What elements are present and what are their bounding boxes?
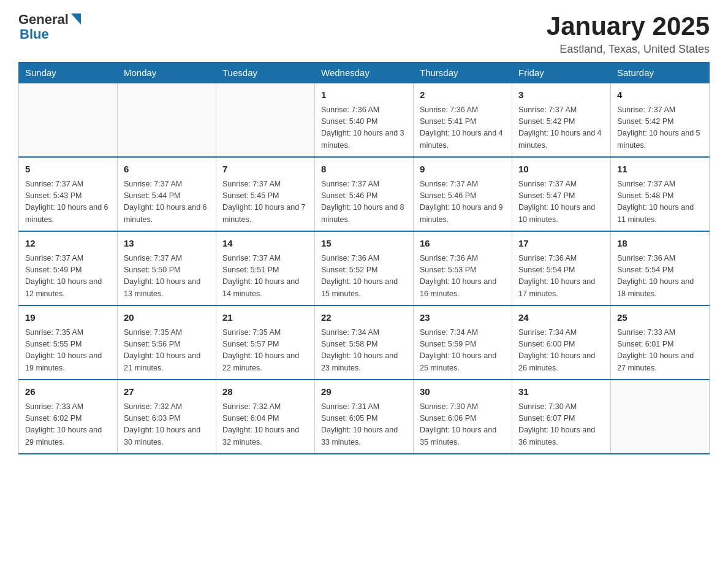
calendar-cell: 26Sunrise: 7:33 AM Sunset: 6:02 PM Dayli… — [19, 380, 118, 454]
day-info: Sunrise: 7:35 AM Sunset: 5:57 PM Dayligh… — [222, 327, 308, 375]
day-info: Sunrise: 7:31 AM Sunset: 6:05 PM Dayligh… — [321, 401, 407, 449]
day-info: Sunrise: 7:36 AM Sunset: 5:54 PM Dayligh… — [617, 253, 703, 301]
day-number: 7 — [222, 163, 308, 177]
calendar-header: SundayMondayTuesdayWednesdayThursdayFrid… — [19, 63, 710, 83]
day-info: Sunrise: 7:37 AM Sunset: 5:44 PM Dayligh… — [124, 178, 210, 226]
calendar-cell: 29Sunrise: 7:31 AM Sunset: 6:05 PM Dayli… — [315, 380, 414, 454]
day-info: Sunrise: 7:32 AM Sunset: 6:03 PM Dayligh… — [124, 401, 210, 449]
day-info: Sunrise: 7:30 AM Sunset: 6:06 PM Dayligh… — [420, 401, 506, 449]
day-info: Sunrise: 7:37 AM Sunset: 5:46 PM Dayligh… — [420, 178, 506, 226]
calendar-cell: 9Sunrise: 7:37 AM Sunset: 5:46 PM Daylig… — [414, 157, 512, 231]
calendar-cell: 27Sunrise: 7:32 AM Sunset: 6:03 PM Dayli… — [118, 380, 216, 454]
calendar-cell — [19, 83, 118, 158]
day-info: Sunrise: 7:34 AM Sunset: 6:00 PM Dayligh… — [518, 327, 604, 375]
day-info: Sunrise: 7:37 AM Sunset: 5:47 PM Dayligh… — [518, 178, 604, 226]
calendar-cell: 25Sunrise: 7:33 AM Sunset: 6:01 PM Dayli… — [611, 305, 710, 380]
calendar-week-5: 26Sunrise: 7:33 AM Sunset: 6:02 PM Dayli… — [19, 380, 710, 454]
header-day-wednesday: Wednesday — [315, 63, 414, 83]
calendar-cell: 16Sunrise: 7:36 AM Sunset: 5:53 PM Dayli… — [414, 231, 512, 305]
day-info: Sunrise: 7:36 AM Sunset: 5:52 PM Dayligh… — [321, 253, 407, 301]
day-info: Sunrise: 7:37 AM Sunset: 5:43 PM Dayligh… — [25, 178, 111, 226]
calendar-cell: 8Sunrise: 7:37 AM Sunset: 5:46 PM Daylig… — [315, 157, 414, 231]
day-number: 31 — [518, 385, 604, 399]
day-number: 8 — [321, 163, 407, 177]
calendar-week-1: 1Sunrise: 7:36 AM Sunset: 5:40 PM Daylig… — [19, 83, 710, 158]
day-info: Sunrise: 7:33 AM Sunset: 6:01 PM Dayligh… — [617, 327, 703, 375]
day-number: 13 — [124, 237, 210, 251]
calendar-cell: 5Sunrise: 7:37 AM Sunset: 5:43 PM Daylig… — [19, 157, 118, 231]
header-day-monday: Monday — [118, 63, 216, 83]
day-info: Sunrise: 7:36 AM Sunset: 5:54 PM Dayligh… — [518, 253, 604, 301]
day-info: Sunrise: 7:34 AM Sunset: 5:58 PM Dayligh… — [321, 327, 407, 375]
day-info: Sunrise: 7:30 AM Sunset: 6:07 PM Dayligh… — [518, 401, 604, 449]
day-number: 22 — [321, 311, 407, 325]
day-info: Sunrise: 7:36 AM Sunset: 5:41 PM Dayligh… — [420, 104, 506, 152]
calendar-cell: 18Sunrise: 7:36 AM Sunset: 5:54 PM Dayli… — [611, 231, 710, 305]
day-number: 2 — [420, 88, 506, 102]
calendar-cell: 24Sunrise: 7:34 AM Sunset: 6:00 PM Dayli… — [512, 305, 611, 380]
day-info: Sunrise: 7:34 AM Sunset: 5:59 PM Dayligh… — [420, 327, 506, 375]
day-number: 1 — [321, 88, 407, 102]
page-title: January 2025 — [547, 12, 710, 40]
logo-triangle-icon — [71, 13, 81, 25]
calendar-table: SundayMondayTuesdayWednesdayThursdayFrid… — [18, 62, 710, 454]
day-number: 5 — [25, 163, 111, 177]
calendar-cell: 12Sunrise: 7:37 AM Sunset: 5:49 PM Dayli… — [19, 231, 118, 305]
calendar-cell: 23Sunrise: 7:34 AM Sunset: 5:59 PM Dayli… — [414, 305, 512, 380]
page-subtitle: Eastland, Texas, United States — [547, 43, 710, 56]
calendar-cell: 4Sunrise: 7:37 AM Sunset: 5:42 PM Daylig… — [611, 83, 710, 158]
calendar-cell: 19Sunrise: 7:35 AM Sunset: 5:55 PM Dayli… — [19, 305, 118, 380]
day-info: Sunrise: 7:37 AM Sunset: 5:49 PM Dayligh… — [25, 253, 111, 301]
calendar-week-3: 12Sunrise: 7:37 AM Sunset: 5:49 PM Dayli… — [19, 231, 710, 305]
day-info: Sunrise: 7:36 AM Sunset: 5:53 PM Dayligh… — [420, 253, 506, 301]
calendar-cell: 17Sunrise: 7:36 AM Sunset: 5:54 PM Dayli… — [512, 231, 611, 305]
title-block: January 2025 Eastland, Texas, United Sta… — [547, 12, 710, 56]
header-day-tuesday: Tuesday — [216, 63, 315, 83]
day-number: 15 — [321, 237, 407, 251]
day-info: Sunrise: 7:37 AM Sunset: 5:42 PM Dayligh… — [518, 104, 604, 152]
calendar-cell: 15Sunrise: 7:36 AM Sunset: 5:52 PM Dayli… — [315, 231, 414, 305]
day-info: Sunrise: 7:35 AM Sunset: 5:55 PM Dayligh… — [25, 327, 111, 375]
logo: General Blue — [18, 12, 81, 42]
header-day-friday: Friday — [512, 63, 611, 83]
header-day-sunday: Sunday — [19, 63, 118, 83]
calendar-cell: 6Sunrise: 7:37 AM Sunset: 5:44 PM Daylig… — [118, 157, 216, 231]
day-number: 3 — [518, 88, 604, 102]
header-row: SundayMondayTuesdayWednesdayThursdayFrid… — [19, 63, 710, 83]
calendar-cell: 2Sunrise: 7:36 AM Sunset: 5:41 PM Daylig… — [414, 83, 512, 158]
calendar-cell: 7Sunrise: 7:37 AM Sunset: 5:45 PM Daylig… — [216, 157, 315, 231]
day-number: 4 — [617, 88, 703, 102]
day-info: Sunrise: 7:32 AM Sunset: 6:04 PM Dayligh… — [222, 401, 308, 449]
day-number: 25 — [617, 311, 703, 325]
day-number: 19 — [25, 311, 111, 325]
day-number: 23 — [420, 311, 506, 325]
calendar-cell: 30Sunrise: 7:30 AM Sunset: 6:06 PM Dayli… — [414, 380, 512, 454]
day-number: 12 — [25, 237, 111, 251]
calendar-cell: 10Sunrise: 7:37 AM Sunset: 5:47 PM Dayli… — [512, 157, 611, 231]
day-number: 29 — [321, 385, 407, 399]
logo-blue: Blue — [20, 27, 49, 42]
calendar-cell: 13Sunrise: 7:37 AM Sunset: 5:50 PM Dayli… — [118, 231, 216, 305]
calendar-cell — [216, 83, 315, 158]
day-number: 11 — [617, 163, 703, 177]
day-info: Sunrise: 7:37 AM Sunset: 5:46 PM Dayligh… — [321, 178, 407, 226]
day-number: 14 — [222, 237, 308, 251]
day-number: 24 — [518, 311, 604, 325]
calendar-cell: 22Sunrise: 7:34 AM Sunset: 5:58 PM Dayli… — [315, 305, 414, 380]
day-number: 20 — [124, 311, 210, 325]
calendar-cell — [118, 83, 216, 158]
day-info: Sunrise: 7:37 AM Sunset: 5:45 PM Dayligh… — [222, 178, 308, 226]
day-info: Sunrise: 7:35 AM Sunset: 5:56 PM Dayligh… — [124, 327, 210, 375]
day-number: 16 — [420, 237, 506, 251]
calendar-cell: 3Sunrise: 7:37 AM Sunset: 5:42 PM Daylig… — [512, 83, 611, 158]
logo-general: General — [18, 12, 69, 27]
day-number: 21 — [222, 311, 308, 325]
day-info: Sunrise: 7:36 AM Sunset: 5:40 PM Dayligh… — [321, 104, 407, 152]
day-info: Sunrise: 7:33 AM Sunset: 6:02 PM Dayligh… — [25, 401, 111, 449]
day-number: 30 — [420, 385, 506, 399]
calendar-cell: 21Sunrise: 7:35 AM Sunset: 5:57 PM Dayli… — [216, 305, 315, 380]
calendar-cell: 28Sunrise: 7:32 AM Sunset: 6:04 PM Dayli… — [216, 380, 315, 454]
calendar-cell: 20Sunrise: 7:35 AM Sunset: 5:56 PM Dayli… — [118, 305, 216, 380]
day-number: 18 — [617, 237, 703, 251]
day-number: 27 — [124, 385, 210, 399]
